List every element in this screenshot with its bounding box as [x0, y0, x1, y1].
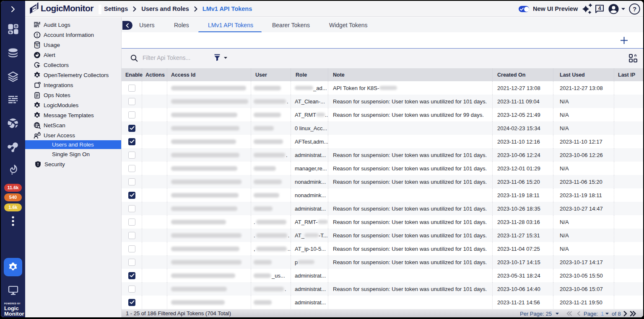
- svg-text:4: 4: [598, 5, 601, 11]
- svg-text:?: ?: [633, 5, 636, 13]
- svg-text:%: %: [36, 44, 39, 47]
